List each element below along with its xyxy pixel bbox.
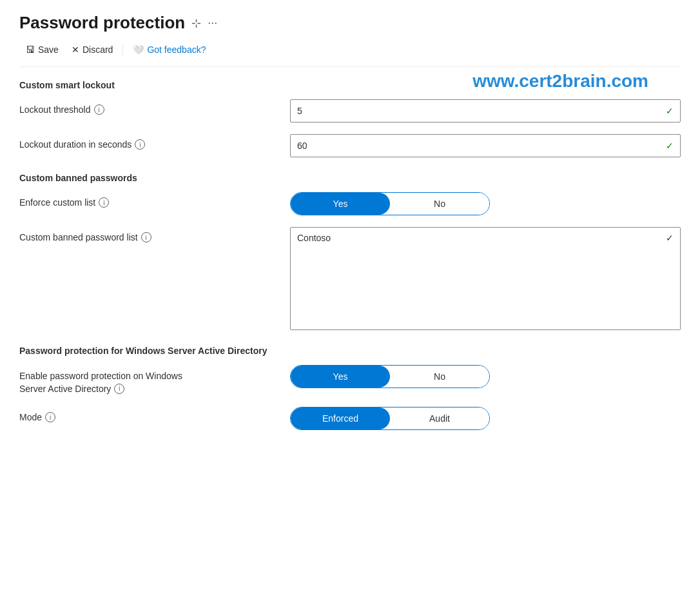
feedback-button[interactable]: 🤍 Got feedback?	[126, 41, 212, 59]
custom-banned-list-value: Contoso	[297, 233, 331, 243]
discard-icon: ✕	[72, 44, 79, 55]
lockout-duration-label: Lockout duration in seconds i	[19, 134, 290, 150]
lockout-duration-row: Lockout duration in seconds i 60 ✓	[19, 134, 681, 157]
enforce-custom-list-row: Enforce custom list i Yes No	[19, 192, 681, 215]
lockout-threshold-value: 5	[297, 106, 302, 116]
mode-enforced-option[interactable]: Enforced	[291, 408, 390, 429]
lockout-threshold-check-icon: ✓	[666, 106, 674, 116]
more-options-icon[interactable]: ···	[208, 16, 217, 30]
mode-info-icon[interactable]: i	[45, 412, 55, 422]
mode-audit-option[interactable]: Audit	[390, 408, 489, 429]
custom-banned-passwords-section: Custom banned passwords Enforce custom l…	[19, 173, 681, 330]
windows-server-title: Password protection for Windows Server A…	[19, 346, 681, 356]
toolbar: 🖫 Save ✕ Discard 🤍 Got feedback?	[19, 41, 681, 67]
enable-protection-yes-option[interactable]: Yes	[291, 366, 390, 388]
toolbar-divider	[122, 43, 123, 56]
lockout-duration-control: 60 ✓	[290, 134, 681, 157]
custom-banned-passwords-title: Custom banned passwords	[19, 173, 681, 183]
enforce-custom-list-info-icon[interactable]: i	[99, 197, 109, 208]
lockout-duration-info-icon[interactable]: i	[135, 139, 145, 150]
custom-banned-list-label: Custom banned password list i	[19, 227, 290, 242]
mode-control: Enforced Audit	[290, 407, 681, 430]
lockout-threshold-row: Lockout threshold i 5 ✓	[19, 99, 681, 123]
custom-smart-lockout-section: Custom smart lockout Lockout threshold i…	[19, 80, 681, 157]
enforce-custom-list-toggle[interactable]: Yes No	[290, 192, 490, 215]
save-label: Save	[38, 44, 59, 55]
save-button[interactable]: 🖫 Save	[19, 41, 65, 59]
pin-icon[interactable]: ⊹	[191, 16, 201, 30]
enable-protection-control: Yes No	[290, 365, 681, 388]
custom-banned-list-textarea[interactable]: Contoso ✓	[290, 227, 681, 330]
custom-banned-list-check-icon: ✓	[666, 233, 674, 243]
enable-protection-row: Enable password protection on Windows Se…	[19, 365, 681, 395]
lockout-threshold-input[interactable]: 5 ✓	[290, 99, 681, 123]
page-header: Password protection ⊹ ···	[19, 13, 681, 33]
enable-protection-no-option[interactable]: No	[390, 366, 489, 388]
enable-protection-toggle[interactable]: Yes No	[290, 365, 490, 388]
enforce-custom-list-control: Yes No	[290, 192, 681, 215]
lockout-threshold-info-icon[interactable]: i	[94, 104, 104, 115]
enforce-custom-list-yes-option[interactable]: Yes	[291, 193, 390, 215]
lockout-threshold-label: Lockout threshold i	[19, 99, 290, 115]
enforce-custom-list-label: Enforce custom list i	[19, 192, 290, 208]
enforce-custom-list-no-option[interactable]: No	[390, 193, 489, 215]
watermark: www.cert2brain.com	[472, 71, 648, 92]
mode-row: Mode i Enforced Audit	[19, 407, 681, 430]
lockout-duration-value: 60	[297, 141, 307, 151]
windows-server-section: Password protection for Windows Server A…	[19, 346, 681, 430]
lockout-duration-input[interactable]: 60 ✓	[290, 134, 681, 157]
discard-button[interactable]: ✕ Discard	[65, 41, 119, 59]
custom-banned-list-info-icon[interactable]: i	[141, 232, 151, 242]
page-title: Password protection	[19, 13, 185, 33]
lockout-duration-check-icon: ✓	[666, 141, 674, 151]
lockout-threshold-control: 5 ✓	[290, 99, 681, 123]
discard-label: Discard	[83, 44, 113, 55]
feedback-label: Got feedback?	[147, 44, 206, 55]
enable-protection-label: Enable password protection on Windows Se…	[19, 365, 290, 395]
feedback-heart-icon: 🤍	[133, 44, 144, 55]
custom-banned-list-row: Custom banned password list i Contoso ✓	[19, 227, 681, 330]
mode-label: Mode i	[19, 407, 290, 422]
mode-toggle[interactable]: Enforced Audit	[290, 407, 490, 430]
enable-protection-info-icon[interactable]: i	[114, 384, 124, 394]
custom-banned-list-control: Contoso ✓	[290, 227, 681, 330]
save-icon: 🖫	[26, 44, 35, 55]
